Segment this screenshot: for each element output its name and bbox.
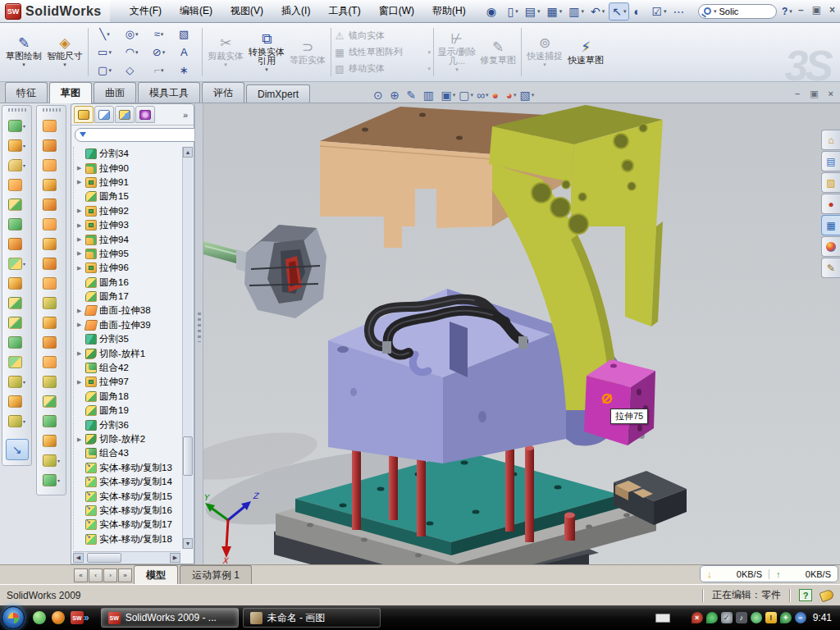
- surface-tool-button[interactable]: ▾: [43, 155, 60, 175]
- search-dropdown-arrow-icon[interactable]: ▾: [714, 8, 717, 15]
- tree-item[interactable]: ▶ 组合42: [74, 361, 183, 375]
- surface-tool-button[interactable]: ▾: [43, 175, 60, 194]
- toolbar-button[interactable]: ◉▾: [484, 2, 504, 21]
- quick-launch-chevron[interactable]: »: [84, 612, 89, 623]
- sketch-entity-button[interactable]: A▾: [172, 43, 199, 62]
- repair-sketch-button[interactable]: ✎ 修复草图: [477, 25, 518, 80]
- surface-tool-button[interactable]: ▾: [43, 253, 60, 273]
- tree-item[interactable]: ▶ 拉伸93: [74, 218, 183, 232]
- sketch-entity-button[interactable]: ◠▾: [118, 43, 145, 62]
- command-tab[interactable]: 曲面: [94, 82, 136, 103]
- feature-tool-button[interactable]: ▾: [8, 234, 25, 253]
- expand-arrow-icon[interactable]: ▶: [77, 322, 83, 328]
- part-core-insert[interactable]: [203, 225, 326, 318]
- tree-horizontal-scrollbar[interactable]: ◀ ▶: [73, 551, 180, 563]
- tree-filter-input[interactable]: [89, 130, 206, 139]
- surface-tool-button[interactable]: ▾: [43, 116, 60, 135]
- menu-item[interactable]: 视图(V): [222, 2, 272, 21]
- scroll-down-arrow[interactable]: ▼: [183, 538, 193, 549]
- tree-item[interactable]: ▶ 圆角16: [74, 276, 183, 290]
- feature-tool-button[interactable]: ▾: [8, 214, 25, 234]
- panel-tab[interactable]: [74, 106, 94, 123]
- start-button[interactable]: [2, 606, 25, 629]
- sketch-entity-button[interactable]: ▧▾: [172, 25, 199, 43]
- feature-tool-button[interactable]: ▾: [8, 253, 25, 273]
- network-monitor-overlay[interactable]: ↓ 0KB/S ↑ 0KB/S: [700, 565, 838, 582]
- expand-arrow-icon[interactable]: ▶: [77, 436, 83, 443]
- scroll-up-arrow[interactable]: ▲: [183, 147, 193, 158]
- sketch-entity-button[interactable]: ∗▾: [172, 62, 199, 80]
- tree-item[interactable]: ▶ 实体-移动/复制13: [74, 461, 183, 475]
- feature-tool-button[interactable]: ▾: [8, 332, 25, 352]
- tray-icon[interactable]: ♪: [736, 612, 747, 623]
- task-pane-tab[interactable]: ▤: [821, 151, 840, 171]
- feature-tool-button[interactable]: ▾: [8, 116, 25, 135]
- move-entities-button[interactable]: ▧ 移动实体 ▾: [334, 62, 431, 76]
- menu-item[interactable]: 编辑(E): [171, 2, 221, 21]
- toolbar-button[interactable]: ▦▾: [544, 2, 564, 21]
- tag-icon[interactable]: [819, 588, 834, 602]
- feature-tool-button[interactable]: ▾: [8, 352, 25, 372]
- surface-tool-button[interactable]: ▾: [43, 273, 60, 293]
- tree-item[interactable]: ▶ 拉伸96: [74, 261, 183, 275]
- surface-tool-button[interactable]: ▾: [43, 431, 60, 450]
- tree-item[interactable]: ▶ 切除-放样1: [74, 346, 183, 360]
- view-tool-button[interactable]: ▥▾: [423, 89, 438, 101]
- view-tool-button[interactable]: ∞▾: [477, 89, 489, 101]
- surface-tool-button[interactable]: ▾: [43, 313, 60, 332]
- menu-item[interactable]: 工具(T): [320, 2, 368, 21]
- expand-arrow-icon[interactable]: ▶: [77, 208, 83, 214]
- rapid-sketch-button[interactable]: ⚡ 快速草图: [565, 25, 606, 80]
- task-pane-tab[interactable]: ✎: [821, 258, 840, 278]
- tree-item[interactable]: ▶ 圆角17: [74, 290, 183, 304]
- view-tool-button[interactable]: ⊕▾: [390, 89, 403, 101]
- tray-icon[interactable]: ×: [692, 612, 703, 623]
- toolbar-button[interactable]: ⋯▾: [670, 2, 692, 21]
- taskbar-task-button[interactable]: SW SolidWorks 2009 - ...: [101, 608, 239, 628]
- view-tool-button[interactable]: ◕▾: [505, 89, 516, 101]
- tree-item[interactable]: ▶ 分割35: [74, 332, 183, 346]
- command-tab[interactable]: DimXpert: [246, 84, 310, 103]
- panel-tab[interactable]: [94, 106, 114, 123]
- toolbar-button[interactable]: ▯▾: [504, 2, 520, 21]
- tab-nav-button[interactable]: ›: [103, 568, 117, 582]
- task-pane-tab[interactable]: ▦: [821, 215, 840, 235]
- taskbar-task-button[interactable]: 未命名 - 画图: [243, 608, 381, 628]
- tree-item[interactable]: ▶ 拉伸92: [74, 204, 183, 218]
- toolbar-button[interactable]: ☑▾: [649, 2, 669, 21]
- tree-item[interactable]: ▶ 实体-移动/复制18: [74, 532, 183, 546]
- sketch-entity-button[interactable]: ⊘▾: [145, 43, 172, 62]
- scroll-thumb[interactable]: [87, 553, 121, 563]
- document-tab[interactable]: 运动算例 1: [180, 565, 252, 584]
- view-tool-button[interactable]: ▣▾: [441, 89, 456, 101]
- command-tab[interactable]: 模具工具: [138, 82, 200, 103]
- expand-arrow-icon[interactable]: ▶: [77, 165, 83, 171]
- tray-icon[interactable]: [706, 612, 718, 623]
- menu-item[interactable]: 文件(F): [121, 2, 170, 21]
- expand-arrow-icon[interactable]: ▶: [77, 350, 83, 357]
- panel-tabs-overflow-button[interactable]: »: [183, 110, 191, 120]
- task-pane-tab[interactable]: ●: [821, 194, 840, 214]
- tree-item[interactable]: ▶ 实体-移动/复制15: [74, 489, 183, 503]
- part-stop-pin[interactable]: [564, 513, 575, 541]
- toolbar-button[interactable]: ◐▾: [631, 2, 647, 21]
- feature-tool-button[interactable]: ▾: [8, 293, 25, 313]
- search-input[interactable]: [719, 7, 765, 16]
- scroll-left-arrow[interactable]: ◀: [73, 553, 84, 563]
- sketch-entity-button[interactable]: ≈▾: [145, 25, 172, 43]
- sketch-button[interactable]: ✎ 草图绘制 ▾: [3, 25, 44, 80]
- tree-item[interactable]: ▶ 分割36: [74, 418, 183, 431]
- tree-item[interactable]: ▶ 实体-移动/复制17: [74, 518, 183, 532]
- toolbar-button[interactable]: ↶▾: [588, 2, 607, 21]
- quick-launch-icon[interactable]: SW: [71, 611, 84, 624]
- expand-arrow-icon[interactable]: ▶: [77, 265, 83, 272]
- command-tab[interactable]: 特征: [5, 82, 48, 103]
- doc-close-button[interactable]: ×: [829, 89, 833, 99]
- quick-tips-button[interactable]: ?: [799, 589, 812, 601]
- toolbar-grip[interactable]: [8, 108, 26, 112]
- mirror-entities-button[interactable]: ⚠ 镜向实体: [334, 29, 431, 43]
- quick-snaps-button[interactable]: ⊚ 快速捕捉 ▾: [524, 25, 565, 80]
- linear-sketch-pattern-button[interactable]: ▦ 线性草图阵列 ▾: [334, 45, 431, 60]
- document-tab[interactable]: 模型: [134, 565, 178, 584]
- feature-tool-button[interactable]: ▾: [8, 175, 25, 194]
